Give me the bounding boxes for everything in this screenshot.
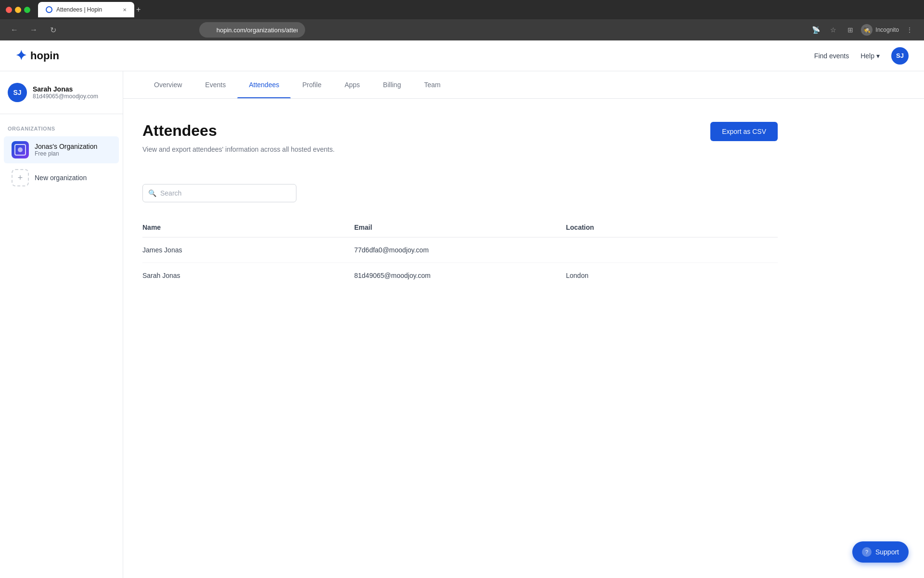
tab-title: Attendees | Hopin (56, 6, 119, 13)
org-item[interactable]: Jonas's Organization Free plan (4, 136, 119, 163)
address-wrapper: 🔒 (199, 22, 536, 38)
incognito-button[interactable]: 🕵 Incognito (861, 24, 899, 36)
tab-profile[interactable]: Profile (291, 71, 333, 98)
search-wrapper: 🔍 (142, 184, 296, 202)
page-subtitle: View and export attendees' information a… (142, 145, 334, 153)
page-content: Overview Events Attendees Profile Apps B… (123, 71, 924, 578)
table-header: Name Email Location (142, 218, 778, 237)
cast-button[interactable]: 📡 (809, 23, 822, 37)
tab-bar: Attendees | Hopin ✕ + (38, 2, 141, 17)
row1-email: 77d6dfa0@moodjoy.com (354, 246, 566, 254)
svg-point-0 (47, 7, 51, 12)
window-controls (6, 7, 30, 13)
help-label: Help (860, 52, 874, 60)
tab-events[interactable]: Events (193, 71, 237, 98)
top-nav: ✦ hopin Find events Help ▾ SJ (0, 40, 924, 71)
org-avatar (12, 141, 29, 158)
export-csv-button[interactable]: Export as CSV (710, 122, 778, 141)
col-location: Location (566, 223, 778, 231)
user-section: SJ Sarah Jonas 81d49065@moodjoy.com (0, 83, 123, 114)
active-tab[interactable]: Attendees | Hopin ✕ (38, 2, 134, 17)
app: ✦ hopin Find events Help ▾ SJ SJ Sarah J… (0, 40, 924, 578)
sidebar: SJ Sarah Jonas 81d49065@moodjoy.com ORGA… (0, 71, 123, 578)
forward-button[interactable]: → (27, 23, 40, 37)
extensions-button[interactable]: ⊞ (844, 23, 857, 37)
org-avatar-inner (14, 144, 26, 156)
browser-chrome: Attendees | Hopin ✕ + (0, 0, 924, 19)
org-name: Jonas's Organization (35, 143, 97, 150)
browser-actions: 📡 ☆ ⊞ 🕵 Incognito ⋮ (809, 23, 916, 37)
main-content: SJ Sarah Jonas 81d49065@moodjoy.com ORGA… (0, 71, 924, 578)
maximize-dot[interactable] (24, 7, 30, 13)
logo[interactable]: ✦ hopin (15, 48, 59, 64)
tab-team[interactable]: Team (412, 71, 452, 98)
tab-favicon (46, 6, 52, 13)
tab-apps[interactable]: Apps (333, 71, 372, 98)
new-tab-button[interactable]: + (136, 5, 141, 14)
help-button[interactable]: Help ▾ (860, 52, 880, 60)
avatar[interactable]: SJ (891, 47, 909, 65)
tab-attendees[interactable]: Attendees (237, 71, 291, 98)
page-title: Attendees (142, 122, 334, 140)
plus-icon: + (12, 169, 29, 186)
row2-email: 81d49065@moodjoy.com (354, 272, 566, 279)
support-button[interactable]: ? Support (852, 541, 909, 563)
chevron-down-icon: ▾ (876, 52, 880, 60)
user-name: Sarah Jonas (33, 85, 98, 93)
top-nav-right: Find events Help ▾ SJ (814, 47, 909, 65)
row1-name: James Jonas (142, 246, 354, 254)
tab-overview[interactable]: Overview (142, 71, 193, 98)
find-events-link[interactable]: Find events (814, 52, 849, 60)
address-input[interactable] (199, 22, 305, 38)
bookmark-button[interactable]: ☆ (826, 23, 840, 37)
address-bar: ← → ↻ 🔒 📡 ☆ ⊞ 🕵 Incognito ⋮ (0, 19, 924, 40)
user-email: 81d49065@moodjoy.com (33, 93, 98, 100)
close-dot[interactable] (6, 7, 12, 13)
reload-button[interactable]: ↻ (46, 23, 60, 37)
menu-button[interactable]: ⋮ (903, 23, 916, 37)
attendees-table: Name Email Location James Jonas 77d6dfa0… (142, 218, 778, 288)
tab-close-icon[interactable]: ✕ (123, 7, 127, 13)
table-row: Sarah Jonas 81d49065@moodjoy.com London (142, 263, 778, 288)
content-header-left: Attendees View and export attendees' inf… (142, 122, 334, 169)
content-area: Attendees View and export attendees' inf… (123, 99, 797, 311)
new-org-item[interactable]: + New organization (4, 164, 119, 191)
user-avatar: SJ (8, 83, 27, 102)
support-icon: ? (862, 547, 872, 557)
row2-location: London (566, 272, 778, 279)
logo-text: hopin (30, 50, 59, 62)
user-info: Sarah Jonas 81d49065@moodjoy.com (33, 85, 98, 100)
tabs: Overview Events Attendees Profile Apps B… (123, 71, 924, 99)
section-label: ORGANIZATIONS (0, 122, 123, 135)
support-label: Support (875, 548, 899, 556)
search-icon: 🔍 (148, 189, 156, 197)
minimize-dot[interactable] (15, 7, 21, 13)
content-header: Attendees View and export attendees' inf… (142, 122, 778, 169)
incognito-icon: 🕵 (861, 24, 873, 36)
org-info: Jonas's Organization Free plan (35, 143, 97, 157)
col-name: Name (142, 223, 354, 231)
back-button[interactable]: ← (8, 23, 21, 37)
col-email: Email (354, 223, 566, 231)
incognito-label: Incognito (875, 26, 899, 33)
row2-name: Sarah Jonas (142, 272, 354, 279)
org-plan: Free plan (35, 150, 97, 157)
logo-icon: ✦ (15, 48, 26, 64)
table-row: James Jonas 77d6dfa0@moodjoy.com (142, 237, 778, 263)
new-org-label: New organization (35, 174, 87, 182)
search-input[interactable] (142, 184, 296, 202)
tab-billing[interactable]: Billing (372, 71, 412, 98)
